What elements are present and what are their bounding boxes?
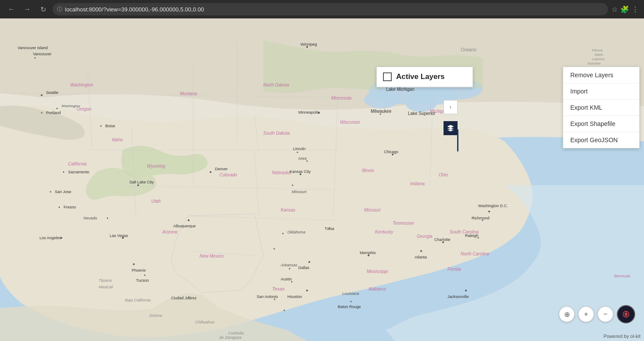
context-menu-export-shapefile[interactable]: Export Shapefile bbox=[563, 116, 639, 132]
extension-icon[interactable]: 🧩 bbox=[620, 5, 629, 14]
svg-point-81 bbox=[308, 261, 310, 263]
svg-text:Wisconsin: Wisconsin bbox=[340, 120, 360, 125]
svg-point-131 bbox=[35, 57, 36, 59]
svg-text:Albuquerque: Albuquerque bbox=[173, 224, 196, 228]
app-logo-button[interactable] bbox=[617, 305, 635, 323]
svg-text:Sacramento: Sacramento bbox=[68, 170, 89, 174]
context-menu-export-geojson[interactable]: Export GeoJSON bbox=[563, 132, 639, 148]
svg-point-45 bbox=[144, 275, 146, 276]
svg-text:Missouri: Missouri bbox=[364, 208, 381, 212]
svg-point-126 bbox=[488, 211, 490, 212]
svg-text:Wyoming: Wyoming bbox=[147, 164, 165, 169]
svg-text:Vancouver Island: Vancouver Island bbox=[18, 46, 48, 50]
svg-text:Baton Rouge: Baton Rouge bbox=[338, 305, 361, 309]
back-button[interactable]: ← bbox=[5, 3, 18, 15]
svg-text:Alabama: Alabama bbox=[368, 287, 386, 291]
map-container[interactable]: Seattle Portland Washington Sacramento S… bbox=[0, 18, 644, 341]
context-menu-export-kml[interactable]: Export KML bbox=[563, 100, 639, 115]
svg-point-23 bbox=[57, 108, 58, 109]
svg-point-94 bbox=[380, 114, 381, 115]
svg-point-76 bbox=[274, 248, 275, 250]
svg-text:Idaho: Idaho bbox=[112, 137, 123, 142]
svg-point-89 bbox=[284, 310, 285, 311]
svg-point-110 bbox=[351, 301, 352, 302]
svg-text:Saint-: Saint- bbox=[594, 53, 604, 57]
context-menu-remove-layers[interactable]: Remove Layers bbox=[563, 67, 639, 83]
svg-point-47 bbox=[188, 219, 190, 221]
forward-button[interactable]: → bbox=[21, 3, 33, 15]
svg-text:Arizona: Arizona bbox=[162, 230, 177, 234]
active-layers-panel: Active Layers bbox=[376, 67, 473, 87]
bookmark-icon[interactable]: ☆ bbox=[612, 5, 618, 14]
browser-toolbar-icons: ☆ 🧩 ⋮ bbox=[612, 5, 639, 14]
svg-text:Georgia: Georgia bbox=[417, 234, 433, 239]
svg-text:Washington: Washington bbox=[70, 83, 93, 87]
zoom-out-button[interactable]: − bbox=[597, 306, 613, 322]
svg-text:Los Angeles: Los Angeles bbox=[39, 236, 61, 240]
svg-text:Richmond: Richmond bbox=[472, 216, 490, 220]
svg-text:Atlanta: Atlanta bbox=[415, 255, 427, 259]
svg-point-85 bbox=[306, 290, 308, 291]
svg-point-122 bbox=[465, 290, 467, 291]
svg-text:Lincoln: Lincoln bbox=[293, 147, 306, 151]
svg-text:Lake Michigan: Lake Michigan bbox=[386, 87, 414, 92]
svg-text:Austin: Austin bbox=[281, 277, 292, 281]
refresh-button[interactable]: ↻ bbox=[37, 3, 49, 15]
svg-point-132 bbox=[297, 152, 298, 153]
svg-text:Ciudad Juárez: Ciudad Juárez bbox=[171, 296, 197, 300]
layer-icon-button[interactable] bbox=[444, 121, 458, 135]
svg-text:Dallas: Dallas bbox=[298, 266, 310, 270]
svg-point-33 bbox=[100, 126, 102, 127]
svg-text:Baja California: Baja California bbox=[125, 298, 151, 302]
svg-text:Estuaire: Estuaire bbox=[588, 61, 601, 65]
map-controls-bottom: ⊕ + − bbox=[559, 305, 635, 323]
svg-point-35 bbox=[137, 184, 139, 186]
context-menu-import[interactable]: Import bbox=[563, 83, 639, 99]
svg-text:Seattle: Seattle bbox=[46, 90, 58, 95]
svg-text:Minneapolis: Minneapolis bbox=[298, 110, 320, 115]
svg-text:Denver: Denver bbox=[215, 167, 228, 171]
svg-text:Florida: Florida bbox=[447, 267, 461, 272]
svg-text:Laurent,: Laurent, bbox=[592, 57, 605, 61]
svg-text:Kansas City: Kansas City bbox=[290, 169, 311, 174]
svg-point-72 bbox=[292, 185, 293, 186]
svg-point-27 bbox=[50, 191, 51, 193]
svg-text:North Carolina: North Carolina bbox=[461, 251, 489, 256]
svg-text:Oregon: Oregon bbox=[77, 107, 92, 111]
svg-text:Kentucky: Kentucky bbox=[375, 230, 394, 234]
svg-text:California: California bbox=[68, 162, 87, 166]
svg-text:South Dakota: South Dakota bbox=[263, 131, 290, 136]
svg-text:Tijuana: Tijuana bbox=[99, 278, 111, 283]
svg-text:Washington D.C.: Washington D.C. bbox=[478, 204, 508, 208]
menu-icon[interactable]: ⋮ bbox=[632, 5, 639, 14]
svg-text:Mexicali: Mexicali bbox=[99, 285, 114, 289]
svg-point-39 bbox=[210, 171, 211, 173]
svg-text:Coahuila: Coahuila bbox=[228, 331, 244, 335]
svg-text:Bermuda: Bermuda bbox=[614, 274, 630, 278]
svg-text:Indiana: Indiana bbox=[410, 181, 425, 186]
svg-text:Charlotte: Charlotte bbox=[434, 237, 451, 242]
svg-text:Louisiana: Louisiana bbox=[342, 291, 359, 296]
svg-text:Ontario: Ontario bbox=[461, 47, 476, 52]
browser-chrome: ← → ↻ ⓘ localhost:8000/?view=39.000000,-… bbox=[0, 0, 644, 18]
svg-text:Oklahoma: Oklahoma bbox=[287, 230, 305, 234]
svg-text:Texas: Texas bbox=[272, 286, 285, 291]
svg-text:Chicago: Chicago bbox=[384, 150, 398, 154]
svg-text:Tucson: Tucson bbox=[136, 278, 149, 283]
svg-point-112 bbox=[420, 250, 422, 252]
svg-text:Milwaukee: Milwaukee bbox=[371, 109, 392, 114]
zoom-in-button[interactable]: + bbox=[578, 306, 594, 322]
gps-button[interactable]: ⊕ bbox=[559, 306, 575, 322]
svg-text:Nevada: Nevada bbox=[83, 216, 97, 220]
svg-point-19 bbox=[41, 94, 43, 96]
svg-point-78 bbox=[329, 228, 330, 229]
address-bar[interactable]: ⓘ localhost:8000/?view=39.000000,-96.000… bbox=[53, 3, 608, 15]
expand-panel-button[interactable]: › bbox=[444, 100, 458, 114]
svg-text:Houston: Houston bbox=[287, 294, 302, 299]
layer-checkbox[interactable] bbox=[383, 72, 392, 81]
svg-text:North Dakota: North Dakota bbox=[263, 83, 289, 87]
svg-text:Winnipeg: Winnipeg bbox=[301, 42, 317, 47]
svg-text:Salt Lake City: Salt Lake City bbox=[129, 180, 154, 184]
svg-point-21 bbox=[41, 112, 43, 114]
svg-text:Ohio: Ohio bbox=[439, 172, 448, 177]
